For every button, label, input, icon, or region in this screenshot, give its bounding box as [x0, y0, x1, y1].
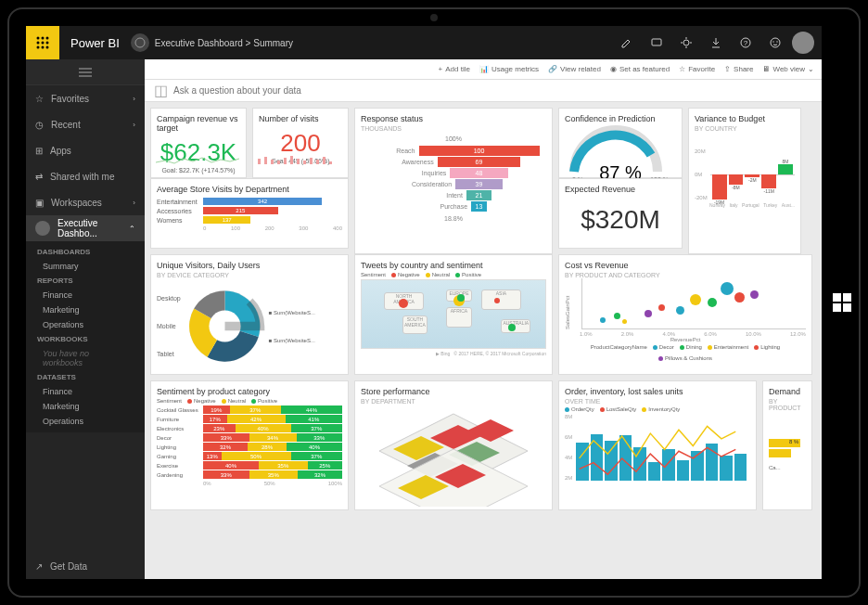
workspace-icon	[131, 33, 149, 52]
tile-response[interactable]: Response status THOUSANDS 100% Reach100A…	[354, 108, 553, 254]
svg-rect-25	[264, 157, 267, 164]
top-bar: Power BI Executive Dashboard > Summary ?	[26, 26, 822, 59]
svg-rect-14	[652, 39, 661, 45]
section-dashboards: DASHBOARDS	[26, 245, 145, 259]
svg-rect-1	[843, 293, 851, 302]
nav-dataset[interactable]: Operations	[26, 414, 145, 429]
tile-demand[interactable]: Demand BY PRODUCT 8 % Ca...	[762, 380, 812, 510]
svg-rect-28	[284, 158, 287, 164]
sidebar-recent[interactable]: ◷Recent›	[26, 111, 145, 137]
svg-rect-26	[271, 160, 274, 164]
svg-text:?: ?	[744, 39, 748, 47]
svg-point-4	[37, 37, 40, 40]
star-icon: ☆	[35, 94, 44, 104]
nav-report[interactable]: Marketing	[26, 302, 145, 317]
share-button[interactable]: ⇪ Share	[724, 65, 753, 73]
clock-icon: ◷	[35, 120, 44, 130]
svg-point-6	[46, 37, 49, 40]
tile-revenue[interactable]: Campaign revenue vs target $62.3K Goal: …	[150, 108, 247, 178]
usage-metrics-button[interactable]: 📊 Usage metrics	[479, 65, 539, 73]
tile-tweets-map[interactable]: Tweets by country and sentiment Sentimen…	[354, 254, 553, 375]
svg-point-10	[37, 46, 40, 49]
tile-visits[interactable]: Number of visits 200 Goal: 445 (-55.06%)	[252, 108, 349, 178]
nav-sidebar: ☆Favorites› ◷Recent› ⊞Apps ⇄Shared with …	[26, 59, 145, 579]
svg-point-20	[776, 41, 777, 42]
favorite-button[interactable]: ☆ Favorite	[679, 65, 715, 73]
tile-confidence[interactable]: Confidence in Prediction 87 % 0 %100 %	[558, 108, 683, 178]
tile-sentiment[interactable]: Sentiment by product category Sentiment …	[150, 380, 349, 510]
sidebar-favorites[interactable]: ☆Favorites›	[26, 85, 145, 111]
svg-rect-31	[303, 161, 306, 164]
app-launcher-button[interactable]	[26, 26, 59, 59]
nav-dataset[interactable]: Finance	[26, 384, 145, 399]
section-workbooks: WORKBOOKS	[26, 332, 145, 346]
set-featured-button[interactable]: ◉ Set as featured	[610, 65, 670, 73]
settings-button[interactable]	[673, 30, 699, 56]
sidebar-toggle[interactable]	[26, 59, 145, 85]
svg-rect-29	[290, 156, 293, 164]
qna-icon: ◫	[154, 82, 168, 99]
help-button[interactable]: ?	[733, 30, 759, 56]
breadcrumb[interactable]: Executive Dashboard > Summary	[155, 38, 293, 48]
sidebar-apps[interactable]: ⊞Apps	[26, 137, 145, 163]
sidebar-current-workspace[interactable]: Executive Dashbo...⌃	[26, 215, 145, 241]
chat-button[interactable]	[644, 30, 670, 56]
tile-unique-visitors[interactable]: Unique Visitors, Daily Users BY DEVICE C…	[150, 254, 349, 375]
svg-rect-0	[833, 293, 841, 302]
workbooks-empty: You have no workbooks	[26, 346, 145, 370]
web-view-button[interactable]: 🖥 Web view ⌄	[762, 65, 814, 73]
view-related-button[interactable]: 🔗 View related	[548, 65, 601, 73]
workspaces-icon: ▣	[35, 198, 44, 208]
svg-point-8	[42, 42, 45, 45]
svg-point-7	[37, 42, 40, 45]
svg-point-11	[42, 46, 45, 49]
feedback-button[interactable]	[762, 30, 788, 56]
svg-point-15	[683, 40, 689, 45]
tile-orders[interactable]: Order, inventory, lost sales units OVER …	[558, 380, 757, 510]
sidebar-workspaces[interactable]: ▣Workspaces›	[26, 189, 145, 215]
workspace-avatar-icon	[35, 221, 50, 236]
download-button[interactable]	[703, 30, 729, 56]
share-icon: ⇄	[35, 172, 43, 182]
svg-point-9	[46, 42, 49, 45]
svg-point-5	[42, 37, 45, 40]
svg-rect-2	[833, 303, 841, 312]
get-data-button[interactable]: ↗Get Data	[26, 553, 145, 579]
action-bar: + Add tile 📊 Usage metrics 🔗 View relate…	[145, 59, 822, 80]
svg-point-12	[46, 46, 49, 49]
section-reports: REPORTS	[26, 274, 145, 288]
nav-summary[interactable]: Summary	[26, 259, 145, 274]
svg-rect-27	[277, 161, 280, 164]
get-data-icon: ↗	[35, 561, 43, 572]
qna-input[interactable]	[173, 85, 812, 96]
svg-rect-34	[323, 157, 326, 164]
svg-rect-30	[297, 159, 300, 164]
nav-dataset[interactable]: Marketing	[26, 399, 145, 414]
tile-cost-revenue[interactable]: Cost vs Revenue BY PRODUCT AND CATEGORY …	[558, 254, 812, 375]
tile-variance[interactable]: Variance to Budget BY COUNTRY 20M0M-20M …	[688, 108, 801, 254]
sidebar-shared[interactable]: ⇄Shared with me	[26, 163, 145, 189]
svg-point-18	[771, 38, 780, 47]
svg-rect-3	[843, 303, 851, 312]
apps-icon: ⊞	[35, 146, 43, 156]
qna-bar: ◫	[145, 80, 822, 102]
svg-rect-32	[310, 158, 313, 164]
edit-button[interactable]	[614, 30, 640, 56]
svg-point-13	[135, 38, 145, 47]
section-datasets: DATASETS	[26, 370, 145, 384]
user-avatar[interactable]	[792, 32, 814, 54]
windows-logo-icon	[833, 293, 851, 312]
add-tile-button[interactable]: + Add tile	[439, 65, 470, 73]
tile-store-visits[interactable]: Average Store Visits by Department Enter…	[150, 178, 349, 249]
tile-store-performance[interactable]: Store performance BY DEPARTMENT	[354, 380, 553, 510]
app-name: Power BI	[59, 36, 131, 50]
nav-report[interactable]: Finance	[26, 288, 145, 302]
svg-rect-33	[316, 160, 319, 164]
nav-report[interactable]: Operations	[26, 317, 145, 332]
svg-point-19	[772, 41, 773, 42]
svg-rect-35	[329, 161, 332, 164]
svg-rect-24	[258, 159, 261, 164]
tile-expected[interactable]: Expected Revenue $320M	[558, 178, 683, 249]
